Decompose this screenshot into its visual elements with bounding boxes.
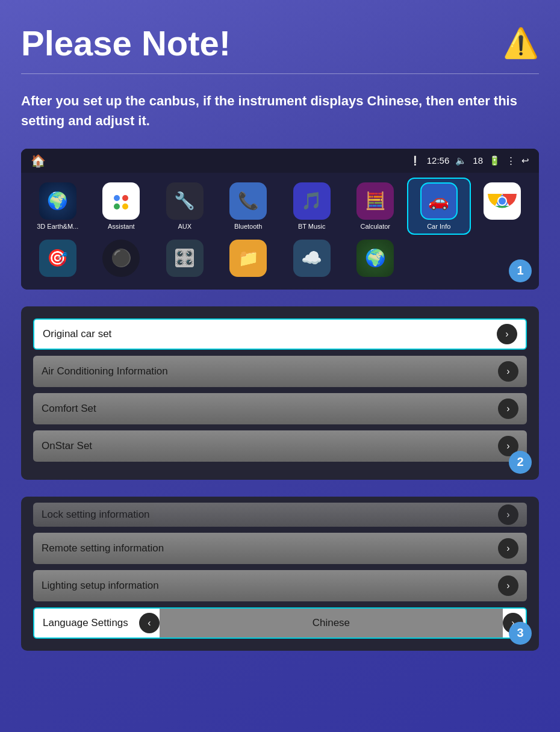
app-label-bluetooth: Bluetooth [234,223,262,230]
time-display: 12:56 [427,155,450,166]
app-folder[interactable]: 📁 [217,235,281,285]
app-label-carinfo: Car Info [427,223,450,230]
app-btmusic[interactable]: 🎵 BT Music [280,178,344,235]
app-3d-earth[interactable]: 🌍 3D Earth&M... [26,178,90,235]
badge-1: 1 [509,259,532,282]
app-icon-carinfo: 🚗 [420,182,458,220]
divider [21,73,539,74]
app-bluetooth[interactable]: 📞 Bluetooth [217,178,281,235]
app-icon-equalizer: 🎛️ [166,240,204,277]
app-icon-steering: 🎯 [39,240,76,277]
menu-arrow-remote: › [498,538,518,559]
volume-level: 18 [473,155,483,166]
status-left: 🏠 [31,154,46,168]
header-section: Please Note! ⚠️ [21,24,539,63]
screenshot-3: Lock setting information › Remote settin… [21,497,539,651]
svg-point-8 [499,197,506,205]
screenshot-2: Original car set › Air Conditioning Info… [21,306,539,480]
app-steering[interactable]: 🎯 [26,235,90,285]
volume-icon: 🔈 [455,155,467,166]
menu-item-ac-info[interactable]: Air Conditioning Information › [33,356,527,387]
app-chrome[interactable] [471,178,535,235]
app-icon-assistant [102,182,140,220]
language-settings-row[interactable]: Language Settings ‹ Chinese › [33,607,527,639]
status-right: ❕ 12:56 🔈 18 🔋 ⋮ ↩ [409,155,529,166]
menu-item-remote[interactable]: Remote setting information › [33,533,527,564]
app-label-assistant: Assistant [108,223,135,230]
menu-arrow-original-car-set: › [497,324,517,344]
language-settings-label: Language Settings [34,617,137,629]
svg-point-1 [114,195,120,201]
app-icon-chrome [484,182,521,220]
svg-point-3 [114,203,120,209]
app-assistant[interactable]: Assistant [90,178,154,235]
app-icon-earth2: 🌍 [356,240,394,277]
app-label-btmusic: BT Music [298,223,326,230]
back-icon: ↩ [521,155,529,166]
menu-label-comfort-set: Comfort Set [42,403,96,415]
app-equalizer[interactable]: 🎛️ [153,235,217,285]
svg-point-0 [108,188,134,214]
app-icon-earth: 🌍 [39,182,76,220]
badge-2: 2 [509,451,532,474]
menu-item-comfort-set[interactable]: Comfort Set › [33,393,527,424]
menu-label-lock: Lock setting information [42,509,150,521]
language-value: Chinese [160,609,503,637]
svg-point-2 [122,195,128,201]
app-label-earth: 3D Earth&M... [37,223,78,230]
menu-label-lighting: Lighting setup information [42,580,159,592]
menu-arrow-comfort-set: › [498,399,518,419]
page-title: Please Note! [21,24,231,63]
menu-arrow-lock: › [498,504,518,525]
app-icon-folder: 📁 [229,240,267,277]
app-icon-cloud: ☁️ [293,240,331,277]
app-cloud[interactable]: ☁️ [280,235,344,285]
warning-icon: ⚠️ [503,26,539,60]
notification-icon: ❕ [409,155,421,166]
app-earth2[interactable]: 🌍 [344,235,408,285]
description-text: After you set up the canbus, if the inst… [21,91,539,131]
app-carinfo[interactable]: 🚗 Car Info [407,178,471,235]
menu-item-lighting[interactable]: Lighting setup information › [33,570,527,601]
app-icon-aux: 🔧 [166,182,204,220]
menu-arrow-ac-info: › [498,361,518,382]
app-icon-calculator: 🧮 [356,182,394,220]
app-icon-btmusic: 🎵 [293,182,331,220]
menu-item-lock-partial[interactable]: Lock setting information › [33,503,527,527]
badge-3: 3 [509,622,532,645]
menu-label-onstar-set: OnStar Set [42,440,92,452]
battery-icon: 🔋 [489,155,500,166]
menu-item-original-car-set[interactable]: Original car set › [33,318,527,350]
app-icon-black: ⚫ [102,240,140,277]
language-prev-button[interactable]: ‹ [139,613,160,633]
app-grid: 🌍 3D Earth&M... Assistant 🔧 AUX 📞 Blueto… [21,173,539,290]
menu-label-remote: Remote setting information [42,542,164,554]
home-icon: 🏠 [31,154,46,168]
app-label-aux: AUX [178,223,191,230]
menu-dots-icon: ⋮ [506,155,515,166]
app-calculator[interactable]: 🧮 Calculator [344,178,408,235]
svg-point-4 [122,203,128,209]
app-icon-bluetooth: 📞 [229,182,267,220]
menu-label-ac-info: Air Conditioning Information [42,365,168,377]
menu-item-onstar-set[interactable]: OnStar Set › [33,430,527,462]
menu-label-original-car-set: Original car set [43,328,111,340]
menu-arrow-lighting: › [498,575,518,596]
screenshot-1: 🏠 ❕ 12:56 🔈 18 🔋 ⋮ ↩ 🌍 3D Earth&M... [21,149,539,290]
status-bar: 🏠 ❕ 12:56 🔈 18 🔋 ⋮ ↩ [21,149,539,173]
app-label-calculator: Calculator [360,223,390,230]
app-aux[interactable]: 🔧 AUX [153,178,217,235]
app-black[interactable]: ⚫ [90,235,154,285]
